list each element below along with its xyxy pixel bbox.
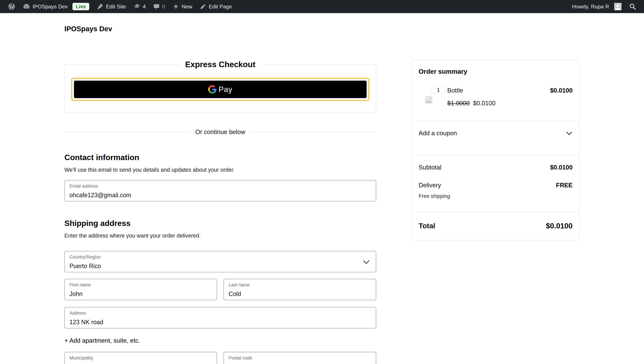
total-value: $0.0100: [546, 222, 572, 230]
comments-link[interactable]: 0: [150, 0, 169, 13]
dashboard-gauge-icon: [23, 3, 30, 10]
first-name-label: First name: [70, 282, 212, 288]
free-shipping-note: Free shipping: [418, 193, 572, 199]
postal-code-value: 00907: [228, 363, 371, 364]
brush-icon: [96, 3, 104, 10]
google-g-icon: [208, 85, 216, 94]
country-select[interactable]: Country/Region Puerto Rico: [64, 251, 376, 272]
order-item-row: 1 Bottle $0.0100 $1.0000 $0.0100: [418, 86, 572, 111]
address-field[interactable]: Address 123 NK road: [64, 307, 376, 328]
new-label: New: [182, 4, 192, 10]
shipping-heading: Shipping address: [64, 219, 376, 228]
person-silhouette-icon: [614, 3, 622, 10]
page-title: IPOSpays Dev: [64, 25, 644, 33]
wp-admin-bar: IPOSpays Dev Live Edit Site 4 0: [0, 0, 644, 13]
email-label: Email address: [70, 184, 371, 189]
search-icon: [629, 3, 636, 10]
last-name-label: Last name: [228, 282, 371, 288]
total-row: Total $0.0100: [418, 222, 572, 230]
email-field[interactable]: Email address ohcafe123@gmail.com: [64, 180, 376, 201]
admin-bar-left: IPOSpays Dev Live Edit Site 4 0: [4, 0, 236, 13]
updates-count: 4: [143, 4, 146, 10]
live-badge: Live: [72, 3, 89, 10]
or-continue-text: Or continue below: [195, 128, 245, 135]
gpay-button[interactable]: Pay: [71, 78, 370, 101]
first-name-value: John: [70, 290, 212, 297]
country-label: Country/Region: [70, 254, 371, 260]
edit-site-label: Edit Site: [106, 4, 126, 10]
last-name-value: Cold: [228, 290, 371, 297]
divider: [412, 212, 579, 212]
contact-heading: Contact information: [64, 153, 376, 162]
comments-count: 0: [162, 4, 165, 10]
delivery-value: FREE: [556, 182, 572, 189]
shipping-description: Enter the address where you want your or…: [64, 233, 376, 239]
add-coupon-toggle[interactable]: Add a coupon: [412, 121, 579, 145]
add-apartment-button[interactable]: + Add apartment, suite, etc.: [64, 337, 140, 344]
subtotal-label: Subtotal: [418, 164, 442, 171]
comment-bubble-icon: [153, 3, 160, 10]
name-row: First name John Last name Cold: [64, 279, 376, 300]
postal-code-field[interactable]: Postal code 00907: [224, 352, 376, 364]
edit-page-label: Edit Page: [209, 4, 232, 10]
edit-site-link[interactable]: Edit Site: [93, 0, 130, 13]
order-summary-panel: Order summary 1 Bottle $0.0100 $1.0000: [412, 60, 580, 241]
quantity-badge: 1: [431, 86, 446, 94]
municipality-field[interactable]: Municipality Chennai: [64, 352, 217, 364]
updates-icon: [133, 3, 140, 10]
admin-bar-right: Howdy, Rupa R: [568, 0, 640, 13]
avatar: [614, 3, 622, 10]
site-name-label: IPOSpays Dev: [32, 4, 68, 10]
edit-page-link[interactable]: Edit Page: [196, 0, 236, 13]
howdy-label: Howdy, Rupa R: [572, 4, 609, 10]
add-coupon-label: Add a coupon: [418, 130, 457, 137]
municipality-value: Chennai: [70, 363, 212, 364]
order-item-price-line: $1.0000 $0.0100: [447, 100, 572, 107]
checkout-form-column: Express Checkout Pay: [64, 60, 376, 364]
regular-price: $1.0000: [447, 100, 470, 107]
page-content: IPOSpays Dev Express Checkout: [0, 13, 644, 364]
postal-code-label: Postal code: [228, 355, 371, 361]
divider: [412, 155, 579, 155]
divider-line-right: [250, 132, 376, 132]
municipality-postal-row: Municipality Chennai Postal code 00907: [64, 352, 376, 364]
gpay-button-surface: Pay: [74, 81, 366, 98]
image-placeholder-icon: [425, 96, 432, 104]
gpay-label: Pay: [218, 85, 232, 94]
pencil-icon: [200, 3, 206, 10]
express-checkout-section: Express Checkout Pay: [64, 60, 376, 112]
new-content-link[interactable]: New: [169, 0, 196, 13]
account-menu[interactable]: Howdy, Rupa R: [568, 0, 625, 13]
total-label: Total: [418, 222, 435, 230]
order-item-main-line: Bottle $0.0100: [447, 86, 572, 94]
express-checkout-title: Express Checkout: [180, 60, 261, 69]
first-name-field[interactable]: First name John: [64, 279, 217, 300]
subtotal-value: $0.0100: [550, 164, 572, 171]
search-button[interactable]: [625, 0, 640, 13]
country-value: Puerto Rico: [70, 262, 371, 270]
wordpress-logo-menu[interactable]: [4, 0, 19, 13]
address-label: Address: [70, 310, 371, 316]
delivery-label: Delivery: [418, 182, 441, 189]
product-name: Bottle: [447, 87, 463, 94]
chevron-down-icon: [566, 129, 572, 135]
last-name-field[interactable]: Last name Cold: [224, 279, 376, 300]
checkout-block: Express Checkout Pay: [64, 60, 644, 364]
plus-icon: [172, 3, 179, 10]
order-summary-heading: Order summary: [418, 68, 572, 75]
wordpress-logo-icon: [8, 3, 16, 11]
delivery-row: Delivery FREE: [418, 182, 572, 189]
subtotal-row: Subtotal $0.0100: [418, 164, 572, 171]
site-name-menu[interactable]: IPOSpays Dev Live: [19, 0, 93, 13]
address-value: 123 NK road: [70, 318, 371, 326]
divider-line-left: [64, 132, 190, 132]
email-value: ohcafe123@gmail.com: [70, 192, 371, 199]
or-continue-divider: Or continue below: [64, 128, 376, 135]
contact-description: We'll use this email to send you details…: [64, 167, 376, 173]
updates-link[interactable]: 4: [130, 0, 150, 13]
product-line-total: $0.0100: [550, 87, 572, 94]
sale-price: $0.0100: [473, 100, 496, 107]
municipality-label: Municipality: [70, 355, 212, 361]
browser-viewport: IPOSpays Dev Live Edit Site 4 0: [0, 0, 644, 364]
